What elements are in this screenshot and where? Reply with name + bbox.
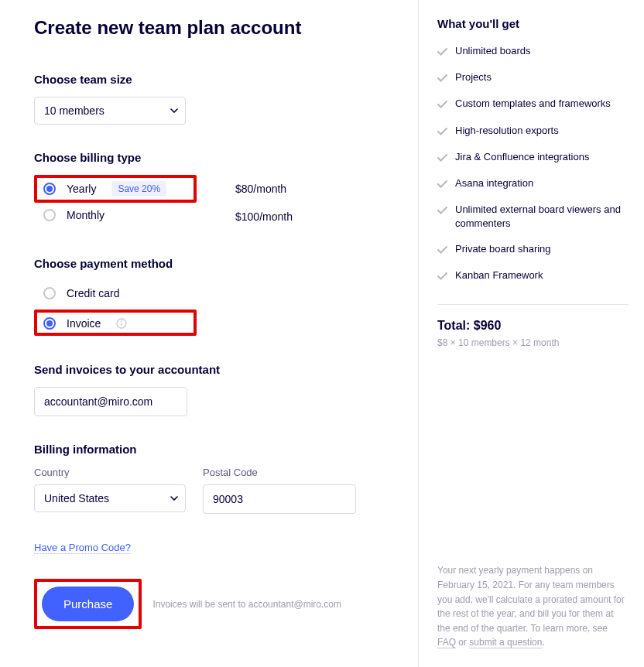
total-breakdown: $8 × 10 members × 12 month	[437, 337, 629, 348]
check-icon	[437, 98, 447, 112]
info-icon	[116, 318, 127, 329]
yearly-price: $80/month	[235, 183, 286, 195]
radio-dot-icon	[43, 183, 56, 195]
country-select[interactable]: United States	[34, 484, 186, 512]
billing-monthly-label: Monthly	[67, 209, 104, 221]
postal-label: Postal Code	[203, 467, 356, 478]
billing-info-label: Billing information	[34, 443, 393, 456]
purchase-button[interactable]: Purchase	[42, 587, 134, 621]
list-item: Unlimited external board viewers and com…	[437, 203, 629, 231]
payment-credit-label: Credit card	[67, 287, 119, 299]
page-title: Create new team plan account	[34, 17, 393, 39]
total: Total: $960	[437, 319, 629, 333]
divider	[437, 304, 629, 305]
billing-yearly-radio[interactable]: Yearly Save 20%	[43, 181, 187, 197]
svg-rect-2	[122, 323, 122, 326]
invoice-email-label: Send invoices to your accountant	[34, 363, 393, 376]
check-icon	[437, 244, 447, 258]
svg-point-1	[121, 320, 122, 322]
radio-dot-icon	[43, 317, 56, 330]
list-item: Jira & Confluence integrations	[437, 150, 629, 166]
payment-method-label: Choose payment method	[34, 257, 393, 270]
list-item: Projects	[437, 70, 629, 86]
list-item: High-resolution exports	[437, 124, 629, 139]
faq-link[interactable]: FAQ	[437, 637, 456, 648]
check-icon	[437, 270, 447, 284]
invoice-email-input[interactable]	[34, 387, 187, 416]
billing-monthly-radio[interactable]: Monthly	[43, 209, 187, 221]
payment-invoice-radio[interactable]: Invoice	[43, 317, 187, 330]
billing-yearly-label: Yearly	[67, 183, 96, 195]
check-icon	[437, 152, 447, 166]
team-size-label: Choose team size	[34, 73, 393, 86]
check-icon	[437, 46, 447, 60]
invoice-note: Invoices will be sent to accountant@miro…	[152, 599, 341, 610]
team-size-select[interactable]: 10 members	[34, 97, 186, 125]
list-item: Custom templates and frameworks	[437, 97, 629, 112]
list-item: Kanban Framework	[437, 269, 629, 284]
submit-question-link[interactable]: submit a question	[469, 637, 542, 648]
check-icon	[437, 72, 447, 86]
radio-dot-icon	[43, 287, 56, 299]
list-item: Asana integration	[437, 176, 629, 192]
postal-input[interactable]	[203, 484, 356, 514]
save-badge: Save 20%	[111, 181, 166, 197]
billing-type-label: Choose billing type	[34, 151, 393, 164]
feature-list: Unlimited boards Projects Custom templat…	[437, 44, 629, 295]
list-item: Private board sharing	[437, 242, 629, 258]
country-label: Country	[34, 467, 186, 478]
check-icon	[437, 204, 447, 218]
payment-credit-radio[interactable]: Credit card	[43, 287, 187, 299]
radio-dot-icon	[43, 209, 56, 221]
footer-note: Your next yearly payment happens on Febr…	[437, 563, 629, 650]
monthly-price: $100/month	[235, 210, 293, 223]
list-item: Unlimited boards	[437, 44, 629, 60]
sidebar-title: What you'll get	[437, 17, 629, 30]
check-icon	[437, 125, 447, 139]
check-icon	[437, 178, 447, 192]
promo-link[interactable]: Have a Promo Code?	[34, 542, 131, 554]
payment-invoice-label: Invoice	[67, 317, 101, 330]
